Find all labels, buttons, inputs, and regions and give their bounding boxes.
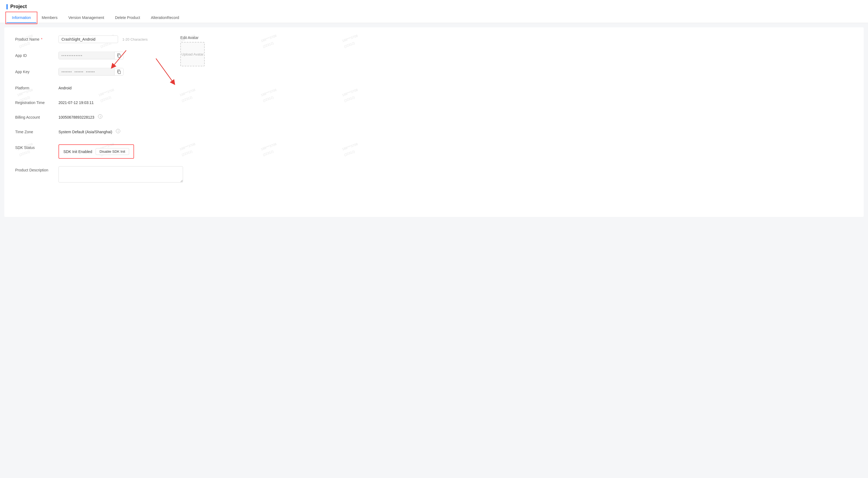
edit-avatar-label: Edit Avatar xyxy=(180,35,205,40)
billing-info-icon[interactable]: i xyxy=(98,114,102,119)
billing-account-text: 10050678893228123 xyxy=(59,114,94,119)
registration-time-text: 2021-07-12 19:03:11 xyxy=(59,99,94,105)
project-title-text: Project xyxy=(10,4,27,9)
copy-icon xyxy=(117,53,121,58)
timezone-info-icon[interactable]: i xyxy=(116,129,120,133)
app-key-value xyxy=(59,68,853,76)
svg-rect-5 xyxy=(118,71,121,74)
sdk-status-label: SDK Status xyxy=(15,143,59,150)
app-key-label: App Key xyxy=(15,68,59,74)
registration-time-row: Registration Time 2021-07-12 19:03:11 xyxy=(15,99,853,106)
tab-version-management[interactable]: Version Management xyxy=(63,13,110,23)
copy-icon-2 xyxy=(117,69,121,74)
sdk-status-content: SDK Init Enabled Disable SDK Init xyxy=(59,143,134,159)
app-id-value xyxy=(59,52,853,59)
app-id-input[interactable] xyxy=(59,52,114,59)
time-zone-value: System Default (Asia/Shanghai) i xyxy=(59,128,853,134)
sdk-enabled-text: SDK Init Enabled xyxy=(63,149,92,154)
sdk-status-row: SDK Status SDK Init Enabled Disable SDK … xyxy=(15,143,853,159)
svg-rect-4 xyxy=(118,55,121,57)
app-id-label: App ID xyxy=(15,52,59,58)
tab-alteration-record[interactable]: AlterationRecord xyxy=(145,13,184,23)
app-key-input-group xyxy=(59,68,123,76)
content-area: 188***3708(22312) 188***3708(22312) 188*… xyxy=(4,27,864,217)
time-zone-label: Time Zone xyxy=(15,128,59,134)
required-marker: * xyxy=(40,37,42,41)
platform-text: Android xyxy=(59,84,71,90)
billing-account-row: Billing Account 10050678893228123 i xyxy=(15,114,853,121)
time-zone-text: System Default (Asia/Shanghai) xyxy=(59,128,112,134)
billing-account-label: Billing Account xyxy=(15,114,59,119)
title-accent-bar xyxy=(6,4,7,9)
product-description-row: Product Description xyxy=(15,166,853,184)
edit-avatar-section: Edit Avatar Upload Avatar xyxy=(180,35,205,66)
disable-sdk-button[interactable]: Disable SDK Init xyxy=(96,148,129,155)
app-id-input-group xyxy=(59,52,123,59)
platform-row: Platform Android xyxy=(15,84,853,91)
product-name-input[interactable] xyxy=(59,35,118,43)
avatar-upload-box[interactable]: Upload Avatar xyxy=(180,42,205,66)
app-key-copy-button[interactable] xyxy=(114,68,123,75)
product-name-value: 1-20 Characters xyxy=(59,35,853,43)
platform-value: Android xyxy=(59,84,853,90)
tab-members[interactable]: Members xyxy=(36,13,63,23)
tab-bar: Information Members Version Management D… xyxy=(6,13,862,23)
app-id-copy-button[interactable] xyxy=(114,52,123,59)
app-key-row: App Key xyxy=(15,68,853,77)
time-zone-row: Time Zone System Default (Asia/Shanghai)… xyxy=(15,128,853,135)
registration-time-label: Registration Time xyxy=(15,99,59,105)
app-key-input[interactable] xyxy=(59,68,114,75)
page-header: Project Information Members Version Mana… xyxy=(0,0,868,23)
registration-time-value: 2021-07-12 19:03:11 xyxy=(59,99,853,105)
tab-information[interactable]: Information xyxy=(6,13,36,23)
product-name-hint: 1-20 Characters xyxy=(122,37,148,41)
app-id-row: App ID xyxy=(15,52,853,60)
product-description-value xyxy=(59,166,853,182)
product-name-row: Product Name * 1-20 Characters xyxy=(15,35,853,44)
product-description-label: Product Description xyxy=(15,166,59,172)
billing-account-value: 10050678893228123 i xyxy=(59,114,853,119)
form-content: Product Name * 1-20 Characters App ID xyxy=(15,35,853,184)
tab-delete-product[interactable]: Delete Product xyxy=(110,13,146,23)
platform-label: Platform xyxy=(15,84,59,90)
upload-avatar-text: Upload Avatar xyxy=(181,52,203,56)
product-description-input[interactable] xyxy=(59,166,183,182)
product-name-label: Product Name * xyxy=(15,35,59,41)
page-title: Project xyxy=(6,4,862,13)
sdk-status-section: SDK Init Enabled Disable SDK Init xyxy=(59,144,134,159)
